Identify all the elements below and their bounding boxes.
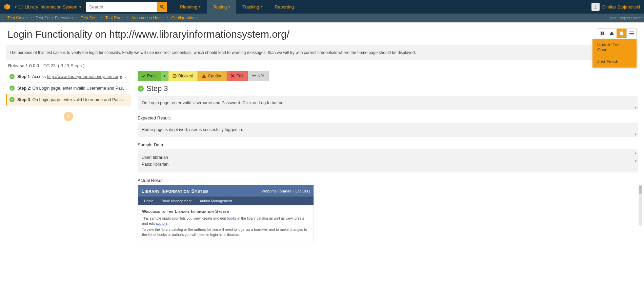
svg-rect-18: [204, 77, 204, 77]
search-icon: [160, 4, 164, 9]
app-menu-chevron[interactable]: ▾: [15, 5, 17, 9]
nav-planning[interactable]: Planning▾: [174, 0, 207, 14]
svg-point-3: [161, 5, 163, 7]
expected-text: Home page is displayed, user is succesfu…: [142, 127, 243, 132]
description-panel: The purpose of this test case is to veri…: [6, 45, 638, 60]
svg-rect-9: [610, 34, 613, 35]
user-menu[interactable]: Dimitar Stojanovski: [591, 3, 640, 11]
crumb-test-cases[interactable]: Test Cases: [7, 16, 27, 20]
step-item-3[interactable]: Step 3: On Login page, enter valid Usern…: [6, 94, 131, 106]
embed-logout-link[interactable]: Log Out: [296, 189, 308, 193]
search-input[interactable]: [86, 2, 157, 12]
title-actions: Update Test Case Just Finish: [597, 29, 637, 38]
page-title: Login Functionality on http://www.librar…: [7, 29, 597, 40]
actual-scrollbar[interactable]: [639, 185, 642, 226]
description-text: The purpose of this test case is to veri…: [9, 50, 416, 55]
status-fail[interactable]: Fail: [227, 71, 247, 81]
eject-button[interactable]: [607, 29, 617, 38]
step-count: ( 3 / 3 Steps ): [58, 63, 84, 68]
sample-label: Sample Data:: [138, 142, 638, 147]
svg-rect-6: [601, 32, 602, 35]
user-name: Dimitar Stojanovski: [602, 4, 640, 10]
embed-title: Library Information System: [141, 188, 208, 194]
app-logo[interactable]: [3, 2, 12, 11]
svg-rect-11: [629, 32, 634, 32]
step-item-1[interactable]: Step 1: Access http://www.libraryinforma…: [6, 71, 131, 82]
embed-heading: Welcome to the Library Information Syste…: [142, 209, 309, 214]
eject-icon: [610, 31, 614, 35]
nav-tracking[interactable]: Tracking▾: [236, 0, 268, 14]
menu-just-finish[interactable]: Just Finish: [592, 56, 637, 68]
stop-icon: [620, 32, 623, 35]
sample-block: User: librarian Pass: librarian ▲▼: [138, 149, 638, 172]
embed-nav-author[interactable]: Author Management: [196, 197, 236, 205]
tc-id: TC:23: [43, 63, 55, 68]
svg-rect-17: [204, 75, 204, 77]
sample-user: User: librarian: [142, 154, 634, 161]
svg-marker-8: [610, 32, 613, 34]
menu-update-test-case[interactable]: Update Test Case: [592, 39, 637, 56]
menu-button[interactable]: [626, 29, 637, 38]
project-name: Library Information System: [25, 4, 77, 10]
embed-nav-book[interactable]: Book Management: [158, 197, 196, 205]
svg-line-15: [173, 75, 176, 77]
svg-rect-10: [620, 32, 623, 35]
embed-nav-home[interactable]: Home: [140, 197, 158, 205]
caret-down-icon: ▼: [163, 74, 166, 78]
topbar: ▾ Library Information System ▾ Planning▾…: [0, 0, 644, 14]
step-item-2[interactable]: Step 2: On Login page, enter invalid Use…: [6, 82, 131, 94]
svg-rect-7: [602, 32, 603, 35]
add-step-button[interactable]: +: [64, 112, 73, 121]
nav-testing[interactable]: Testing▾: [207, 0, 236, 14]
caret-down-icon: ▾: [261, 5, 263, 8]
pass-check-icon: [138, 86, 144, 92]
embed-authors-link[interactable]: authors: [156, 221, 167, 225]
crumb-configurations[interactable]: Configurations: [172, 16, 198, 20]
subnav: Test Cases › Test Case Execution / Test …: [0, 14, 644, 22]
status-caution[interactable]: Caution: [198, 71, 227, 81]
release-row: Release 1.0.0.0 TC:23 ( 3 / 3 Steps ): [0, 60, 644, 71]
embed-books-link[interactable]: books: [227, 216, 236, 220]
status-na[interactable]: N/A: [248, 71, 269, 81]
plus-icon: +: [67, 113, 70, 119]
scroll-down-icon[interactable]: ▼: [634, 133, 637, 136]
nav-reporting[interactable]: Reporting: [269, 0, 300, 14]
content-cols: Step 1: Access http://www.libraryinforma…: [0, 71, 644, 242]
pass-check-icon: [9, 86, 15, 91]
crumb-test-case-execution[interactable]: Test Case Execution: [36, 16, 73, 20]
crumb-test-sets[interactable]: Test Sets: [81, 16, 97, 20]
search-button[interactable]: [157, 2, 167, 12]
status-pass-dropdown[interactable]: ▼: [161, 71, 168, 81]
scrollbar-thumb[interactable]: [639, 185, 642, 194]
embedded-screenshot: Library Information System Welcome libra…: [138, 185, 314, 242]
svg-rect-13: [629, 35, 634, 35]
crumb-automation-hosts[interactable]: Automation Hosts: [132, 16, 164, 20]
pass-check-icon: [9, 74, 15, 79]
scroll-down-icon[interactable]: ▼: [634, 106, 637, 109]
expected-label: Expected Result:: [138, 115, 638, 120]
scroll-down-icon[interactable]: ▼: [634, 159, 637, 164]
title-row: Login Functionality on http://www.librar…: [0, 22, 644, 43]
embed-p2: To view the library catalog or the autho…: [142, 227, 309, 237]
blocked-icon: [173, 74, 177, 78]
crumb-test-runs[interactable]: Test Runs: [105, 16, 123, 20]
step-desc-block: On Login page, enter valid Username and …: [138, 96, 638, 110]
step-detail: Pass ▼ Blocked Caution Fail N/A Step 3 O…: [135, 71, 638, 242]
check-icon: [142, 74, 145, 78]
status-blocked[interactable]: Blocked: [168, 71, 198, 81]
x-icon: [231, 74, 235, 78]
status-pass[interactable]: Pass: [138, 71, 161, 81]
svg-rect-21: [252, 75, 256, 76]
actual-result-block: Library Information System Welcome libra…: [138, 185, 638, 242]
expected-block: Home page is displayed, user is succesfu…: [138, 123, 638, 137]
stop-button[interactable]: [617, 29, 627, 38]
project-selector[interactable]: Library Information System ▾: [19, 4, 83, 10]
avatar: [591, 3, 600, 11]
pause-button[interactable]: [597, 29, 607, 38]
caret-down-icon: ▾: [199, 5, 201, 8]
status-buttons: Pass ▼ Blocked Caution Fail N/A: [138, 71, 638, 81]
finish-dropdown: Update Test Case Just Finish: [592, 39, 637, 68]
person-icon: [593, 4, 598, 10]
step-title: Step 3: [146, 84, 168, 93]
scroll-up-icon[interactable]: ▲: [634, 151, 637, 155]
